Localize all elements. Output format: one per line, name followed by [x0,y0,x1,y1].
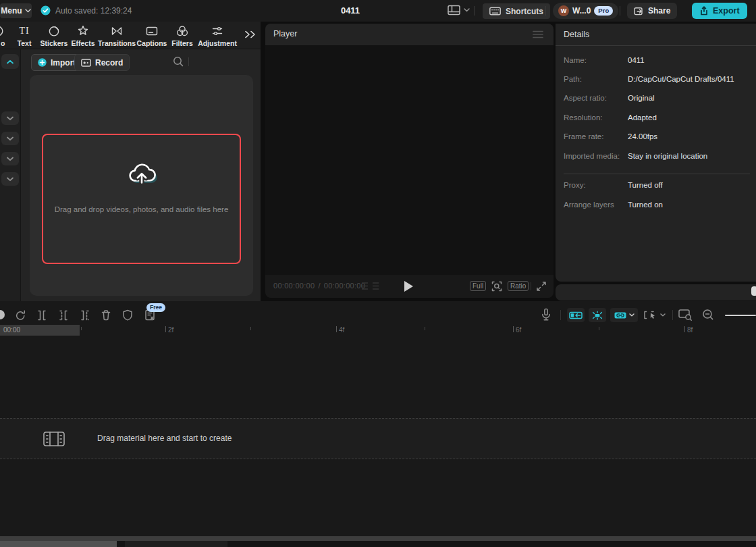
category-collapsed-button[interactable] [1,152,19,165]
ruler-minor-tick [599,327,599,330]
empty-track-text: Drag material here and start to create [97,419,232,459]
topbar: Menu Auto saved: 12:39:24 0411 Shortcuts… [0,0,756,22]
timecode: 00:00:00:00 / 00:00:00:00 [273,282,365,290]
chain-link-icon [614,311,627,320]
detail-row-arrange-layers: Arrange layersTurned on [556,201,756,211]
export-label: Export [713,6,740,16]
ruler-tick: 8f [684,326,693,334]
details-title: Details [564,30,589,39]
detail-row-name: Name:0411 [556,56,756,67]
project-title: 0411 [341,5,360,16]
timeline-zoom-slider[interactable] [725,315,756,316]
media-dropzone[interactable]: Drag and drop videos, photos, and audio … [42,134,241,264]
chevron-down-icon [629,313,634,317]
pro-badge: Pro [594,6,613,16]
account-name: W...0 [572,6,591,16]
details-scrollbar-thumb[interactable] [751,286,756,296]
menu-label: Menu [1,6,22,16]
divider [672,310,673,320]
voiceover-button[interactable] [540,308,552,321]
capcut-app-window: Menu Auto saved: 12:39:24 0411 Shortcuts… [0,0,756,547]
divider [620,6,620,16]
ratio-button[interactable]: Ratio [508,281,529,291]
bottom-edge-strip [0,541,756,547]
empty-track-dropzone[interactable]: Drag material here and start to create [0,418,756,459]
trash-icon [100,309,112,321]
redo-button[interactable] [14,309,26,321]
adjustment-icon [211,24,224,38]
cover-button[interactable] [122,309,134,321]
shield-icon [122,309,134,321]
share-button[interactable]: Share [627,3,677,19]
media-sidebar-strip [0,49,21,301]
timecode-total: 00:00:00:00 [324,282,365,290]
record-button[interactable]: Record [74,54,130,71]
layout-panels-icon [448,5,460,16]
sparkle-bar-icon [591,311,604,320]
trim-left-icon [57,309,69,321]
player-header: Player [265,24,554,45]
workspace-layout-button[interactable] [448,5,470,16]
timeline-section: Free 00:00 [0,301,756,547]
ruler-minor-tick [81,327,82,330]
detail-row-imported-media: Imported media:Stay in original location [556,152,756,163]
shortcuts-button[interactable]: Shortcuts [483,3,550,19]
account-button[interactable]: W W...0 Pro [553,3,618,19]
divider [556,45,756,46]
avatar: W [558,5,569,16]
tab-adjustment[interactable]: Adjustment [191,24,244,47]
select-mode-button[interactable] [641,308,667,322]
preview-frame-toggle[interactable] [678,309,693,321]
category-collapsed-button[interactable] [1,111,19,125]
ruler-tick: 6f [513,326,521,334]
horizontal-scrollbar-thumb[interactable] [0,541,117,547]
frame-step-buttons[interactable] [361,282,379,290]
collapse-category-button[interactable] [1,54,19,69]
keyboard-icon [489,7,501,16]
detail-row-frame-rate: Frame rate:24.00fps [556,132,756,143]
magnet-clip-icon [569,311,583,320]
free-badge: Free [146,303,165,312]
media-tabbar: o TI Text Stickers Effects Transitions C… [0,22,261,49]
category-collapsed-button[interactable] [1,132,19,145]
player-menu-button[interactable] [533,30,543,38]
filters-icon [176,24,189,38]
auto-snapping-toggle[interactable] [589,308,606,322]
monitor-magnifier-icon [678,309,693,321]
ruler-minor-tick [250,327,251,330]
chevron-down-icon [7,177,14,182]
trim-left-button[interactable] [57,309,69,321]
shortcuts-label: Shortcuts [506,7,543,16]
trim-right-button[interactable] [78,309,90,321]
expand-tabs-button[interactable] [243,28,257,41]
transitions-icon [110,24,124,38]
ruler-minor-tick [425,327,425,330]
main-track-magnetism-toggle[interactable] [567,308,585,322]
zoom-out-button[interactable] [702,309,714,321]
prev-frame-icon [361,282,369,290]
timeline-ruler[interactable]: 00:00 2f 4f 6f 8f [0,325,756,336]
export-button[interactable]: Export [692,3,747,19]
full-button[interactable]: Full [470,281,486,291]
delete-button[interactable] [100,309,112,321]
split-button[interactable] [35,309,47,321]
linking-toggle[interactable] [610,308,638,322]
microphone-icon [540,308,552,321]
split-icon [35,309,47,321]
expand-icon [536,281,547,292]
dropzone-text: Drag and drop videos, photos, and audio … [55,205,229,213]
category-collapsed-button[interactable] [1,172,19,186]
autosave-status: Auto saved: 12:39:24 [40,5,132,16]
menu-button[interactable]: Menu [0,3,32,18]
detail-row-resolution: Resolution:Adapted [556,113,756,124]
zoom-fit-button[interactable] [491,280,503,292]
timecode-current: 00:00:00:00 [273,282,315,290]
play-button[interactable] [404,281,413,292]
chevron-down-icon [7,157,14,161]
search-button[interactable] [173,56,184,67]
bottom-edge-segment [125,541,227,547]
zoom-out-icon [702,309,714,321]
fullscreen-button[interactable] [536,281,547,292]
undo-button[interactable] [0,310,5,319]
check-circle-icon [40,5,51,16]
